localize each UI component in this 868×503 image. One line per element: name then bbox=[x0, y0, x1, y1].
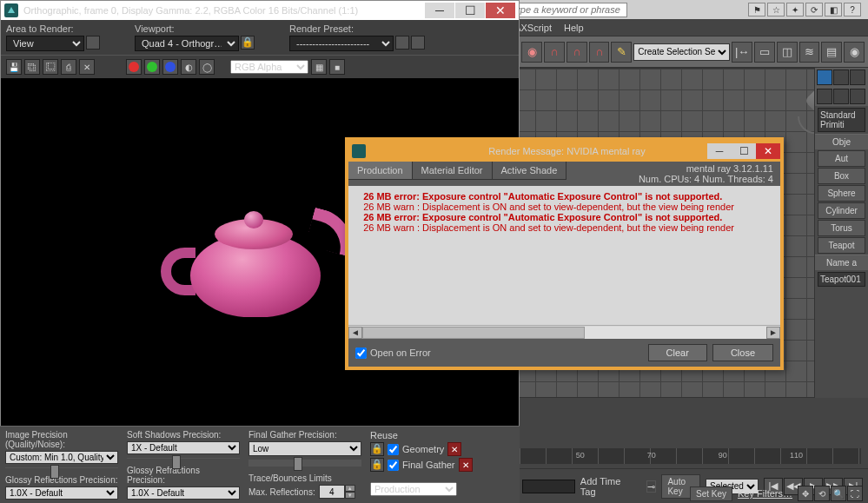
blue-channel-icon[interactable] bbox=[162, 59, 178, 75]
mr-input[interactable] bbox=[319, 485, 345, 499]
geom-check[interactable] bbox=[388, 444, 399, 455]
spinner-snap-icon[interactable]: ◉ bbox=[521, 42, 542, 63]
geom-lock-icon[interactable]: 🔒 bbox=[370, 442, 384, 456]
preset-select[interactable]: ----------------------- bbox=[289, 36, 394, 51]
util-c-icon[interactable] bbox=[850, 89, 865, 104]
preset-a-icon[interactable] bbox=[395, 36, 409, 50]
util-b-icon[interactable] bbox=[833, 89, 849, 104]
gr-select[interactable]: 1.0X - Default bbox=[5, 486, 118, 500]
edit-icon[interactable]: ✎ bbox=[611, 42, 632, 63]
tab-active-shade[interactable]: Active Shade bbox=[493, 162, 567, 179]
area-select[interactable]: View bbox=[6, 36, 84, 51]
open-on-error-label: Open on Error bbox=[370, 347, 431, 358]
addtag-label[interactable]: Add Time Tag bbox=[580, 476, 625, 497]
viewport-lock-icon[interactable]: 🔒 bbox=[241, 36, 255, 50]
prim-teapot-button[interactable]: Teapot bbox=[818, 237, 865, 254]
zoom-icon[interactable]: 🔍 bbox=[831, 486, 846, 501]
viewport-select[interactable]: Quad 4 - Orthogr… bbox=[135, 36, 239, 51]
help-icon[interactable]: ⚑ bbox=[748, 3, 765, 17]
hierarchy-tab-icon[interactable] bbox=[850, 69, 865, 85]
clone-icon[interactable]: ⿺ bbox=[43, 59, 58, 75]
area-edit-icon[interactable] bbox=[86, 36, 100, 50]
render-mode-select[interactable]: Production bbox=[370, 482, 457, 496]
key-lock-icon[interactable]: ⊸ bbox=[646, 480, 656, 493]
mirror-icon[interactable]: |↔ bbox=[732, 42, 752, 63]
scroll-left-icon[interactable]: ◄ bbox=[348, 327, 362, 339]
scroll-track[interactable] bbox=[362, 327, 766, 339]
msg-log-area[interactable]: 26 MB error: Exposure control "Automatic… bbox=[348, 186, 780, 325]
ss-select[interactable]: 1X - Default bbox=[127, 441, 240, 454]
clear-button[interactable]: Clear bbox=[648, 344, 707, 361]
reuse-label: Reuse bbox=[370, 430, 398, 440]
keyfilters-button[interactable]: Key Filters… bbox=[738, 488, 792, 499]
create-tab-icon[interactable] bbox=[817, 69, 832, 85]
search-input[interactable] bbox=[506, 3, 627, 17]
msg-close-button[interactable]: ✕ bbox=[756, 143, 780, 159]
red-channel-icon[interactable] bbox=[126, 59, 142, 75]
save-image-icon[interactable]: 💾 bbox=[6, 59, 22, 75]
selection-set-select[interactable]: Create Selection Se bbox=[633, 43, 730, 61]
fg-slider[interactable] bbox=[248, 460, 361, 467]
menu-help[interactable]: Help bbox=[564, 23, 584, 33]
tab-production[interactable]: Production bbox=[348, 162, 413, 179]
fgather-check[interactable] bbox=[388, 460, 399, 471]
msg-maximize-button[interactable]: ☐ bbox=[732, 143, 756, 159]
pan-icon[interactable]: ✥ bbox=[798, 486, 813, 501]
ss-slider[interactable] bbox=[127, 458, 240, 459]
ip-select[interactable]: Custom: Min 1.0, Quality 0.25 bbox=[5, 451, 118, 464]
fgather-lock-icon[interactable]: 🔒 bbox=[370, 458, 384, 472]
mr-up-icon[interactable]: ▲ bbox=[345, 485, 355, 492]
curve-editor-icon[interactable]: ≋ bbox=[799, 42, 820, 63]
object-name-field[interactable]: Teapot001 bbox=[818, 272, 865, 287]
setkey-button[interactable]: Set Key bbox=[690, 486, 732, 501]
green-channel-icon[interactable] bbox=[144, 59, 160, 75]
gf-select[interactable]: 1.0X - Default bbox=[127, 486, 240, 500]
tool-d-icon[interactable]: ◧ bbox=[825, 3, 842, 17]
magnet-c-icon[interactable]: ∩ bbox=[589, 42, 610, 63]
maximize-button[interactable]: ☐ bbox=[455, 3, 485, 18]
tool-c-icon[interactable]: ⟳ bbox=[805, 3, 823, 17]
ip-slider[interactable] bbox=[5, 467, 118, 468]
util-a-icon[interactable] bbox=[817, 89, 832, 104]
prim-sphere-button[interactable]: Sphere bbox=[818, 185, 865, 202]
primitive-type-select[interactable]: Standard Primiti bbox=[818, 108, 865, 132]
tab-material-editor[interactable]: Material Editor bbox=[413, 162, 493, 179]
close-button[interactable]: Close bbox=[712, 344, 773, 361]
toggle-a-icon[interactable]: ▦ bbox=[311, 59, 327, 75]
minimize-button[interactable]: ─ bbox=[425, 3, 454, 18]
copy-image-icon[interactable]: ⿻ bbox=[24, 59, 40, 75]
geom-clear-icon[interactable]: ✕ bbox=[447, 442, 461, 456]
scroll-right-icon[interactable]: ► bbox=[766, 327, 780, 339]
layer-icon[interactable]: ◫ bbox=[777, 42, 798, 63]
channel-select[interactable]: RGB Alpha bbox=[230, 60, 308, 74]
tool-e-icon[interactable]: ? bbox=[844, 3, 861, 17]
prim-box-button[interactable]: Box bbox=[818, 168, 865, 184]
close-button[interactable]: ✕ bbox=[486, 3, 515, 18]
orbit-icon[interactable]: ⟲ bbox=[814, 486, 830, 501]
maximize-icon[interactable]: ⛶ bbox=[847, 486, 863, 501]
preset-b-icon[interactable] bbox=[411, 36, 425, 50]
open-on-error-check[interactable] bbox=[355, 347, 367, 359]
prim-torus-button[interactable]: Torus bbox=[818, 220, 865, 236]
fgather-clear-icon[interactable]: ✕ bbox=[459, 458, 473, 472]
material-icon[interactable]: ◉ bbox=[844, 42, 865, 63]
mr-down-icon[interactable]: ▼ bbox=[345, 492, 355, 499]
schematic-icon[interactable]: ▤ bbox=[821, 42, 842, 63]
toggle-b-icon[interactable]: ■ bbox=[329, 59, 345, 75]
tool-b-icon[interactable]: ✦ bbox=[786, 3, 804, 17]
msg-minimize-button[interactable]: ─ bbox=[707, 143, 732, 159]
msg-app-icon bbox=[352, 144, 366, 158]
magnet-b-icon[interactable]: ∩ bbox=[567, 42, 587, 63]
magnet-a-icon[interactable]: ∩ bbox=[544, 42, 565, 63]
align-icon[interactable]: ▭ bbox=[754, 42, 775, 63]
mono-channel-icon[interactable]: ◯ bbox=[199, 59, 215, 75]
prim-cylinder-button[interactable]: Cylinder bbox=[818, 202, 865, 219]
print-icon[interactable]: ⎙ bbox=[61, 59, 76, 75]
clear-icon[interactable]: ✕ bbox=[79, 59, 95, 75]
scroll-thumb[interactable] bbox=[362, 327, 585, 339]
tool-a-icon[interactable]: ☆ bbox=[767, 3, 785, 17]
autogrid-check[interactable]: Aut bbox=[818, 150, 865, 167]
modify-tab-icon[interactable] bbox=[833, 69, 849, 85]
alpha-channel-icon[interactable]: ◐ bbox=[181, 59, 196, 75]
fg-select[interactable]: Low bbox=[248, 441, 361, 456]
